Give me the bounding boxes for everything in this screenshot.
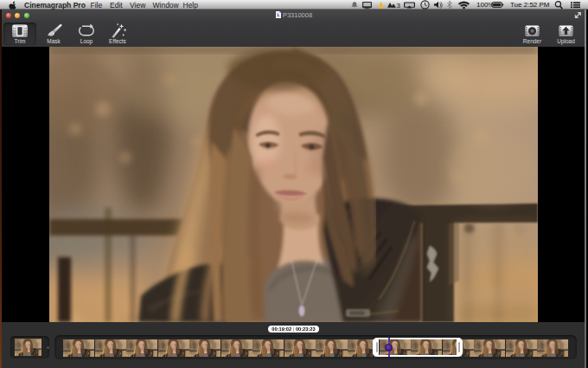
svg-text:3: 3 xyxy=(397,2,401,10)
svg-text:Tue 2:52 PM: Tue 2:52 PM xyxy=(510,1,550,9)
svg-text:100%: 100% xyxy=(476,1,494,9)
